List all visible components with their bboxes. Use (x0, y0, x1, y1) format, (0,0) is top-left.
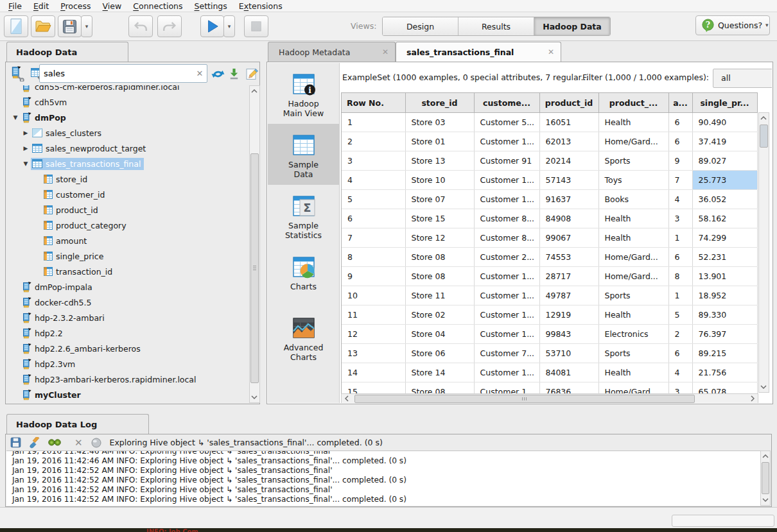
download-icon[interactable] (228, 67, 240, 80)
table-hscrollbar-thumb[interactable] (354, 395, 695, 403)
tree-item-product-id[interactable]: product_id (6, 202, 249, 218)
table-cell[interactable]: Customer 1... (474, 171, 539, 190)
column-header-store-id[interactable]: store_id (405, 93, 474, 113)
table-cell[interactable]: Home/Gard... (598, 382, 668, 394)
table-cell[interactable]: Store 02 (405, 305, 474, 325)
table-cell[interactable]: 2 (668, 325, 692, 344)
tab-hadoop-metadata[interactable]: Hadoop Metadata✕ (268, 42, 396, 62)
scroll-left-icon[interactable] (342, 394, 351, 403)
table-cell[interactable]: 91637 (539, 190, 598, 209)
table-cell[interactable]: 7 (342, 228, 405, 248)
run-dropdown-button[interactable]: ▾ (223, 15, 235, 37)
tree-item-store-id[interactable]: store_id (6, 171, 249, 187)
table-cell[interactable]: Store 11 (405, 286, 474, 305)
table-cell[interactable]: 53710 (539, 344, 598, 363)
redo-button[interactable] (157, 15, 182, 37)
table-cell[interactable]: 84908 (539, 209, 598, 228)
table-cell[interactable]: 3 (668, 382, 692, 394)
table-cell[interactable]: 14 (342, 363, 405, 382)
tree-item-docker-cdh5-5[interactable]: docker-cdh5.5 (6, 295, 249, 310)
table-cell[interactable]: 16051 (539, 113, 598, 132)
menu-item-process[interactable]: Process (55, 1, 96, 12)
table-cell[interactable]: Store 08 (405, 382, 474, 394)
table-cell[interactable]: Customer 7... (474, 344, 539, 363)
expanded-arrow-icon[interactable]: ▼ (21, 160, 31, 167)
tree-item-product-category[interactable]: product_category (6, 218, 249, 233)
table-cell[interactable]: 84081 (539, 363, 598, 382)
new-process-button[interactable] (4, 15, 28, 37)
table-cell[interactable]: 12919 (539, 305, 598, 325)
table-cell[interactable]: Store 13 (405, 151, 474, 171)
scroll-up-icon[interactable] (761, 452, 770, 461)
table-cell[interactable]: 25.773 (692, 171, 757, 190)
search-input[interactable] (40, 69, 193, 78)
table-cell[interactable]: Customer 1... (474, 132, 539, 151)
tree-item-sales-newproduct-target[interactable]: ▶sales_newproduct_target (6, 141, 249, 156)
search-log-binoculars-icon[interactable] (48, 438, 61, 447)
scroll-down-icon[interactable] (761, 495, 770, 504)
table-cell[interactable]: 18.952 (692, 286, 757, 305)
clear-log-brush-icon[interactable] (28, 437, 40, 449)
table-cell[interactable]: 9 (342, 267, 405, 286)
column-header-custome-[interactable]: custome... (474, 93, 539, 113)
menu-item-settings[interactable]: Settings (189, 1, 233, 12)
table-cell[interactable]: 4 (668, 363, 692, 382)
table-cell[interactable]: Customer 8... (474, 209, 539, 228)
sidebar-item-sample-statistics[interactable]: ΣSample Statistics (268, 185, 339, 246)
tree-item-dmpop-impala[interactable]: dmPop-impala (6, 279, 249, 295)
hadoop-data-panel-tab[interactable]: Hadoop Data (6, 42, 128, 62)
tab-sales-transactions-final[interactable]: sales_transactions_final✕ (396, 42, 561, 62)
tree-scrollbar[interactable] (249, 85, 260, 403)
table-cell[interactable]: Store 03 (405, 113, 474, 132)
menu-item-file[interactable]: File (3, 1, 28, 12)
table-cell[interactable]: 6 (668, 344, 692, 363)
table-cell[interactable]: Customer 1... (474, 267, 539, 286)
table-cell[interactable]: Home/Gard... (598, 132, 668, 151)
tree-item-customer-id[interactable]: customer_id (6, 187, 249, 202)
table-cell[interactable]: Store 10 (405, 171, 474, 190)
scroll-right-icon[interactable] (748, 394, 757, 403)
sidebar-item-advanced-charts[interactable]: Advanced Charts (268, 307, 339, 368)
table-cell[interactable]: Home/Gard... (598, 248, 668, 267)
tree-item-cdh55-cm-kerberos-rapidminer-local[interactable]: cdh55-cm-kerberos.rapidminer.local (6, 85, 249, 94)
table-cell[interactable]: Electronics (598, 325, 668, 344)
collapsed-arrow-icon[interactable]: ▶ (21, 145, 31, 151)
table-cell[interactable]: Customer 1... (474, 305, 539, 325)
sidebar-item-hadoop-main-view[interactable]: iHadoop Main View (268, 63, 339, 124)
expanded-arrow-icon[interactable]: ▼ (10, 114, 21, 121)
table-cell[interactable]: 6 (342, 209, 405, 228)
table-cell[interactable]: 4 (668, 190, 692, 209)
questions-button[interactable]: ? Questions? ▾ (695, 15, 770, 35)
table-cell[interactable]: 62013 (539, 132, 598, 151)
table-cell[interactable]: Store 06 (405, 344, 474, 363)
tree-item-single-price[interactable]: single_price (6, 248, 249, 264)
table-cell[interactable]: Health (598, 113, 668, 132)
table-cell[interactable]: 4 (342, 171, 405, 190)
tree-item-cdh5vm[interactable]: cdh5vm (6, 94, 249, 110)
table-cell[interactable]: 37.419 (692, 132, 757, 151)
table-vscrollbar-thumb[interactable] (760, 124, 768, 148)
table-cell[interactable]: Customer 1... (474, 286, 539, 305)
run-process-button[interactable] (200, 15, 224, 37)
table-cell[interactable]: 89.027 (692, 151, 757, 171)
sidebar-item-sample-data[interactable]: Sample Data (268, 124, 339, 185)
table-cell[interactable]: 15 (342, 382, 405, 394)
table-cell[interactable]: 3 (668, 209, 692, 228)
table-cell[interactable]: 21.756 (692, 363, 757, 382)
tree-item-hdp2-2[interactable]: hdp2.2 (6, 325, 249, 341)
table-cell[interactable]: 57143 (539, 171, 598, 190)
tree-item-sales-transactions-final[interactable]: ▼sales_transactions_final (6, 156, 249, 171)
table-cell[interactable]: Sports (598, 151, 668, 171)
table-cell[interactable]: 12 (342, 325, 405, 344)
table-cell[interactable]: 49787 (539, 286, 598, 305)
table-cell[interactable]: 65.078 (692, 382, 757, 394)
sidebar-item-charts[interactable]: Charts (268, 246, 339, 307)
close-icon[interactable]: ✕ (382, 47, 388, 56)
table-cell[interactable]: 13.901 (692, 267, 757, 286)
edit-pencil-icon[interactable] (245, 67, 259, 81)
log-scrollbar-thumb[interactable] (762, 462, 769, 494)
tree-item-hdp-2-3-2-ambari[interactable]: hdp-2.3.2-ambari (6, 310, 249, 325)
table-cell[interactable]: Store 04 (405, 325, 474, 344)
close-icon[interactable]: ✕ (548, 47, 554, 56)
table-cell[interactable]: Store 15 (405, 209, 474, 228)
